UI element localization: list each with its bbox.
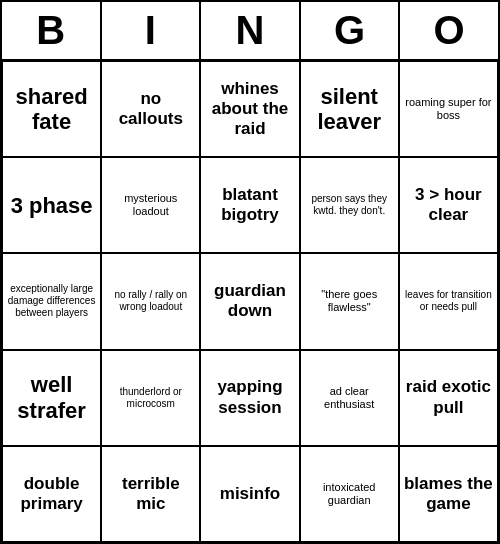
cell-r2-c4: leaves for transition or needs pull (399, 253, 498, 349)
cell-r2-c0: exceptionally large damage differences b… (2, 253, 101, 349)
cell-r0-c1: no callouts (101, 61, 200, 157)
cell-r4-c4: blames the game (399, 446, 498, 542)
cell-r1-c1: mysterious loadout (101, 157, 200, 253)
cell-r0-c3: silent leaver (300, 61, 399, 157)
cell-r1-c4: 3 > hour clear (399, 157, 498, 253)
cell-r0-c4: roaming super for boss (399, 61, 498, 157)
bingo-letter-i: I (102, 2, 202, 59)
bingo-letter-n: N (201, 2, 301, 59)
cell-r4-c2: misinfo (200, 446, 299, 542)
cell-r1-c0: 3 phase (2, 157, 101, 253)
bingo-letter-o: O (400, 2, 498, 59)
bingo-letter-g: G (301, 2, 401, 59)
cell-r1-c2: blatant bigotry (200, 157, 299, 253)
cell-r4-c0: double primary (2, 446, 101, 542)
cell-r1-c3: person says they kwtd. they don't. (300, 157, 399, 253)
cell-r2-c2: guardian down (200, 253, 299, 349)
cell-r3-c4: raid exotic pull (399, 350, 498, 446)
cell-r3-c0: well strafer (2, 350, 101, 446)
cell-r3-c2: yapping session (200, 350, 299, 446)
bingo-letter-b: B (2, 2, 102, 59)
cell-r2-c1: no rally / rally on wrong loadout (101, 253, 200, 349)
cell-r0-c0: shared fate (2, 61, 101, 157)
cell-r0-c2: whines about the raid (200, 61, 299, 157)
cell-r4-c3: intoxicated guardian (300, 446, 399, 542)
cell-r4-c1: terrible mic (101, 446, 200, 542)
bingo-grid: shared fateno calloutswhines about the r… (0, 59, 500, 544)
cell-r2-c3: "there goes flawless" (300, 253, 399, 349)
cell-r3-c3: ad clear enthusiast (300, 350, 399, 446)
cell-r3-c1: thunderlord or microcosm (101, 350, 200, 446)
bingo-title-row: BINGO (0, 0, 500, 59)
